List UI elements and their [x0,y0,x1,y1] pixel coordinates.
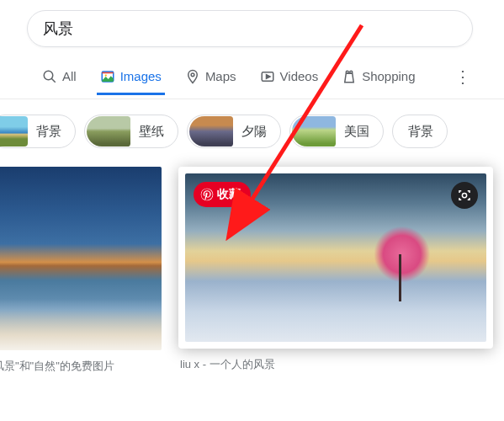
more-menu[interactable]: ⋮ [454,67,471,97]
svg-line-1 [51,78,56,83]
result-caption: liu x - 一个人的风景 [178,357,493,372]
tab-label: All [62,69,77,83]
chip-label: 壁纸 [139,124,164,140]
image-results: 风景"和"自然"的免费图片 收藏 liu x - 一个人的风景 [0,148,504,374]
result-image[interactable] [0,167,162,350]
videos-icon [260,69,275,84]
tab-images[interactable]: Images [100,69,162,94]
tab-shopping[interactable]: Shopping [342,69,415,94]
svg-point-6 [346,71,348,73]
images-icon [100,69,115,84]
svg-point-4 [191,72,194,76]
pinterest-save-button[interactable]: 收藏 [194,182,251,207]
chip-thumb [189,116,233,147]
result-card[interactable]: 收藏 liu x - 一个人的风景 [178,167,493,374]
chip-thumb [87,116,130,147]
shopping-icon [342,69,357,84]
maps-icon [185,69,200,84]
lens-button[interactable] [451,182,478,209]
chip-item[interactable]: 壁纸 [84,115,178,148]
chip-item[interactable]: 夕陽 [187,115,281,148]
chip-thumb [292,116,336,147]
svg-point-9 [462,193,466,197]
result-card[interactable]: 风景"和"自然"的免费图片 [0,167,162,374]
chip-item[interactable]: 背景 [0,115,76,148]
svg-point-7 [350,71,353,73]
chip-label: 背景 [408,124,433,140]
chip-thumb [0,116,28,147]
result-image-hover[interactable]: 收藏 [178,167,493,349]
suggestion-chips: 背景 壁纸 夕陽 美国 背景 [0,99,504,148]
chip-label: 背景 [36,124,61,140]
result-image[interactable]: 收藏 [185,173,486,342]
chip-item[interactable]: 美国 [289,115,384,148]
pin-label: 收藏 [217,187,241,202]
pinterest-icon [200,188,214,201]
tab-videos[interactable]: Videos [260,69,319,94]
chip-label: 美国 [344,124,369,140]
search-bar[interactable] [27,10,473,47]
svg-point-0 [44,71,53,80]
tab-label: Images [120,69,162,83]
chip-item[interactable]: 背景 [392,115,448,148]
search-tabs: All Images Maps Videos Shopping ⋮ [0,47,504,99]
chip-label: 夕陽 [241,124,267,140]
tab-label: Maps [205,69,236,83]
tab-all[interactable]: All [42,69,77,94]
tab-label: Shopping [362,69,415,83]
search-icon [42,69,57,84]
search-input[interactable] [43,20,457,38]
svg-point-3 [104,74,106,76]
tab-maps[interactable]: Maps [185,69,236,94]
tab-label: Videos [280,69,319,83]
lens-icon [457,188,472,203]
result-caption: 风景"和"自然"的免费图片 [0,359,162,374]
